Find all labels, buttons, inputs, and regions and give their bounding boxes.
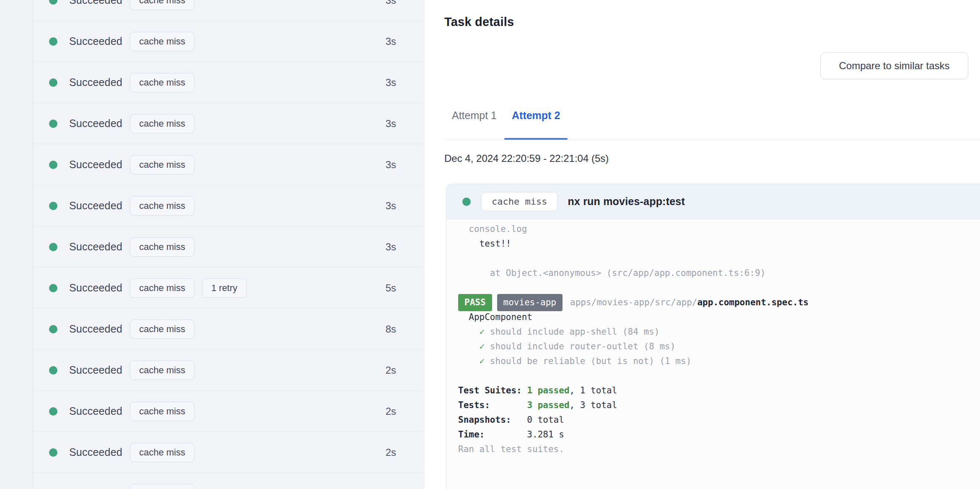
page-title: Task details bbox=[444, 15, 514, 29]
cache-status-badge: cache miss bbox=[130, 114, 194, 133]
status-dot-icon bbox=[49, 161, 57, 169]
task-duration: 3s bbox=[386, 118, 396, 130]
task-row[interactable]: Succeeded cache miss8s bbox=[33, 309, 425, 350]
status-dot-icon bbox=[49, 366, 57, 375]
terminal-line bbox=[458, 281, 980, 295]
terminal-line: ✓ should be reliable (but is not) (1 ms) bbox=[458, 354, 980, 369]
tab-attempt-1[interactable]: Attempt 1 bbox=[444, 108, 504, 122]
task-status-label: Succeeded bbox=[69, 0, 122, 6]
terminal-header[interactable]: cache miss nx run movies-app:test bbox=[446, 184, 980, 219]
terminal-line: Time: 3.281 s bbox=[458, 427, 980, 442]
task-duration: 3s bbox=[386, 200, 396, 212]
task-row[interactable]: Succeeded cache miss3s bbox=[33, 62, 425, 103]
status-dot-icon bbox=[49, 448, 57, 457]
cache-status-badge: cache miss bbox=[130, 73, 194, 92]
task-duration: 3s bbox=[386, 36, 396, 47]
task-duration: 2s bbox=[386, 447, 396, 458]
task-duration: 5s bbox=[386, 282, 396, 294]
terminal-line: Ran all test suites. bbox=[458, 442, 980, 457]
status-dot-icon bbox=[49, 407, 57, 416]
spec-file-name: app.component.spec.ts bbox=[697, 297, 809, 307]
task-command: nx run movies-app:test bbox=[568, 195, 684, 208]
terminal-line bbox=[458, 369, 980, 383]
terminal-output: console.log test!! at Object.<anonymous>… bbox=[446, 219, 980, 457]
cache-status-badge: cache miss bbox=[130, 237, 194, 257]
task-duration: 3s bbox=[386, 0, 396, 6]
cache-status-badge: cache miss bbox=[130, 32, 194, 51]
task-status-label: Succeeded bbox=[69, 76, 122, 88]
status-dot-icon bbox=[49, 120, 57, 128]
task-status-label: Succeeded bbox=[69, 405, 122, 417]
project-badge: movies-app bbox=[497, 294, 563, 311]
cache-status-badge: cache miss bbox=[130, 155, 194, 174]
task-list-rows-container: Succeeded cache miss3s Succeeded cache m… bbox=[33, 0, 425, 489]
cache-status-badge: cache miss bbox=[130, 361, 194, 380]
task-row[interactable]: Succeeded cache miss2s bbox=[33, 432, 425, 473]
attempt-date-range: Dec 4, 2024 22:20:59 - 22:21:04 (5s) bbox=[444, 153, 609, 164]
pass-badge: PASS bbox=[458, 294, 492, 311]
cache-status-badge: cache miss bbox=[130, 278, 194, 298]
cache-status-badge: cache miss bbox=[130, 0, 194, 10]
task-status-label: Succeeded bbox=[69, 446, 122, 458]
status-dot-icon bbox=[49, 243, 57, 251]
task-duration: 2s bbox=[386, 406, 396, 417]
status-dot-icon bbox=[49, 37, 57, 46]
cache-status-badge: cache miss bbox=[130, 402, 194, 421]
task-duration: 3s bbox=[386, 241, 396, 253]
terminal-line: Test Suites: 1 passed, 1 total bbox=[458, 383, 980, 398]
compare-to-similar-tasks-button[interactable]: Compare to similar tasks bbox=[820, 52, 968, 79]
retry-badge: 1 retry bbox=[202, 278, 246, 298]
task-duration: 3s bbox=[386, 77, 396, 88]
tabs-divider bbox=[444, 140, 980, 140]
task-status-label: Succeeded bbox=[69, 364, 122, 376]
terminal-line: Snapshots: 0 total bbox=[458, 413, 980, 427]
task-rows: Succeeded cache miss3s Succeeded cache m… bbox=[33, 0, 425, 489]
terminal-line: AppComponent bbox=[458, 310, 980, 325]
cache-status-badge: cache miss bbox=[130, 443, 194, 462]
status-dot-icon bbox=[462, 198, 471, 206]
terminal-line: console.log bbox=[458, 222, 980, 237]
task-duration: 2s bbox=[386, 364, 396, 376]
task-duration: 3s bbox=[386, 159, 396, 171]
task-status-label: Succeeded bbox=[69, 159, 122, 171]
task-output-card: cache miss nx run movies-app:test consol… bbox=[446, 184, 980, 489]
status-dot-icon bbox=[49, 325, 57, 333]
spec-file-path: apps/movies-app/src/app/app.component.sp… bbox=[570, 295, 809, 310]
terminal-line: PASSmovies-appapps/movies-app/src/app/ap… bbox=[458, 295, 980, 310]
task-status-label: Succeeded bbox=[69, 200, 122, 212]
task-row[interactable]: Succeeded cache miss2s bbox=[33, 350, 425, 391]
cache-status-badge: cache miss bbox=[130, 320, 194, 339]
task-row[interactable]: Succeeded cache miss3s bbox=[33, 103, 425, 144]
status-dot-icon bbox=[49, 0, 57, 5]
terminal-line: test!! bbox=[458, 237, 980, 251]
task-row[interactable]: Succeeded cache miss3s bbox=[33, 0, 425, 21]
task-details-panel: Task details Compare to similar tasks At… bbox=[425, 0, 980, 489]
task-row[interactable]: Succeeded cache miss1 retry5s bbox=[33, 268, 425, 309]
task-row[interactable]: Succeeded cache miss3s bbox=[33, 21, 425, 62]
task-status-label: Succeeded bbox=[69, 282, 122, 294]
status-dot-icon bbox=[49, 78, 57, 87]
task-row[interactable]: Succeeded cache miss3s bbox=[33, 226, 425, 268]
cache-status-badge: cache miss bbox=[130, 196, 194, 216]
task-status-label: Succeeded bbox=[69, 241, 122, 253]
task-duration: 8s bbox=[386, 323, 396, 335]
terminal-line: ✓ should include router-outlet (8 ms) bbox=[458, 339, 980, 354]
status-dot-icon bbox=[49, 202, 57, 210]
terminal-line bbox=[458, 251, 980, 266]
app-root: Succeeded cache miss3s Succeeded cache m… bbox=[0, 0, 980, 489]
tab-attempt-2[interactable]: Attempt 2 bbox=[504, 108, 568, 122]
task-row[interactable]: Succeeded cache miss3s bbox=[33, 144, 425, 185]
terminal-line: at Object.<anonymous> (src/app/app.compo… bbox=[458, 266, 980, 281]
task-status-label: Succeeded bbox=[69, 487, 122, 489]
task-row[interactable]: Succeeded cache miss bbox=[33, 473, 425, 489]
cache-status-badge: cache miss bbox=[130, 484, 194, 489]
task-row[interactable]: Succeeded cache miss2s bbox=[33, 391, 425, 432]
terminal-line: ✓ should include app-shell (84 ms) bbox=[458, 325, 980, 339]
task-status-label: Succeeded bbox=[69, 35, 122, 47]
attempt-tabs: Attempt 1Attempt 2 bbox=[444, 108, 568, 122]
task-row[interactable]: Succeeded cache miss3s bbox=[33, 185, 425, 226]
cache-status-badge: cache miss bbox=[481, 192, 557, 211]
task-list-panel: Succeeded cache miss3s Succeeded cache m… bbox=[0, 0, 425, 489]
terminal-line: Tests: 3 passed, 3 total bbox=[458, 398, 980, 413]
task-status-label: Succeeded bbox=[69, 323, 122, 335]
